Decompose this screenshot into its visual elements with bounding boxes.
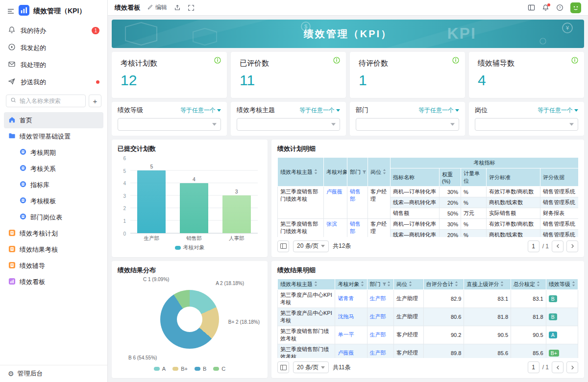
sort-icon[interactable]: [383, 169, 386, 174]
next-page-button[interactable]: [566, 361, 578, 373]
sidebar-item-settings-group[interactable]: 绩效管理基础设置: [4, 128, 103, 144]
column-header[interactable]: 指标名称: [391, 168, 440, 187]
column-header[interactable]: 考核对象: [324, 158, 347, 187]
column-header[interactable]: 评分标准: [487, 168, 540, 187]
info-icon[interactable]: [333, 57, 340, 65]
filter-select[interactable]: [237, 118, 340, 131]
filter-operator[interactable]: 等于任意一个: [299, 106, 340, 115]
help-icon[interactable]: ?: [556, 4, 564, 11]
add-button[interactable]: +: [89, 95, 101, 107]
table-link[interactable]: 销售部: [347, 219, 368, 237]
sidebar-item-assessment-plan[interactable]: 绩效考核计划: [4, 225, 103, 241]
filter-select[interactable]: [356, 118, 459, 131]
collapse-sidebar-icon[interactable]: [7, 7, 15, 15]
donut-chart[interactable]: [160, 290, 219, 349]
sidebar-item-coaching[interactable]: 绩效辅导: [4, 258, 103, 274]
sort-icon[interactable]: [387, 281, 391, 286]
next-page-button[interactable]: [566, 240, 578, 252]
table-link[interactable]: 卢薇薇: [335, 344, 367, 358]
sort-icon[interactable]: [409, 281, 412, 286]
column-header[interactable]: 考核对象: [335, 279, 367, 289]
sort-icon[interactable]: [537, 281, 540, 286]
legend-item[interactable]: C: [213, 366, 225, 372]
filter-select[interactable]: [475, 118, 578, 131]
notification-bell-icon[interactable]: [542, 4, 549, 11]
column-header[interactable]: 权重(%): [440, 168, 461, 187]
table-link[interactable]: 单一平: [335, 326, 367, 344]
legend-item[interactable]: 考核对象: [175, 244, 205, 251]
current-page[interactable]: 1: [528, 361, 539, 373]
table-link[interactable]: 沈拖马: [335, 308, 367, 326]
column-header[interactable]: 绩效考核主题: [278, 279, 335, 289]
table-link[interactable]: 张滨: [324, 219, 347, 237]
filter-icon[interactable]: [362, 170, 367, 174]
sidebar-item-indicator-library[interactable]: 指标库: [4, 177, 103, 193]
filter-operator[interactable]: 等于任意一个: [418, 106, 459, 115]
column-header[interactable]: 岗位: [393, 279, 423, 289]
share-icon[interactable]: [174, 4, 181, 11]
prev-page-button[interactable]: [552, 240, 564, 252]
tab-kpi-dashboard[interactable]: 绩效看板: [115, 3, 140, 12]
sort-icon[interactable]: [500, 281, 504, 286]
table-link[interactable]: 卢薇薇: [324, 187, 347, 219]
bar[interactable]: [137, 170, 166, 233]
page-size-select[interactable]: 20 条/页: [293, 240, 329, 252]
table-link[interactable]: 生产部: [367, 308, 393, 326]
sidebar-item-home[interactable]: 首页: [4, 112, 103, 128]
column-header[interactable]: 绩效等级: [546, 279, 578, 289]
page-size-select[interactable]: 20 条/页: [293, 361, 329, 373]
bar[interactable]: [180, 183, 208, 233]
search-input-box[interactable]: [6, 95, 86, 107]
sort-icon[interactable]: [361, 281, 364, 286]
sidebar-item-result-assessment[interactable]: 绩效结果考核: [4, 241, 103, 258]
layout-panel-icon[interactable]: [528, 4, 535, 11]
user-avatar[interactable]: [570, 2, 581, 13]
legend-item[interactable]: A: [154, 366, 166, 372]
sidebar-item-assessment-template[interactable]: 考核模板: [4, 193, 103, 209]
sidebar-item-assessment-cycle[interactable]: 考核周期: [4, 144, 103, 161]
sidebar-item-initiated-by-me[interactable]: 我发起的: [0, 39, 107, 56]
legend-item[interactable]: B: [195, 366, 206, 372]
sidebar-item-admin-console[interactable]: ⚙ 管理后台: [0, 365, 107, 382]
filter-operator[interactable]: 等于任意一个: [180, 106, 221, 115]
column-header[interactable]: 直接上级评分: [464, 279, 511, 289]
columns-icon[interactable]: [277, 240, 289, 252]
sidebar-item-my-todo[interactable]: 我的待办 1: [0, 22, 107, 39]
column-header[interactable]: 部门: [347, 158, 368, 187]
sidebar-item-assessment-relation[interactable]: 考核关系: [4, 161, 103, 177]
info-icon[interactable]: [452, 57, 459, 65]
column-header[interactable]: 总分核定: [511, 279, 546, 289]
column-header[interactable]: 绩效考核主题: [278, 158, 324, 187]
column-header[interactable]: 评分依据: [540, 168, 579, 187]
info-icon[interactable]: [571, 57, 578, 65]
filter-operator[interactable]: 等于任意一个: [538, 106, 578, 115]
sidebar-item-cc-to-me[interactable]: 抄送我的: [0, 73, 107, 91]
legend-item[interactable]: B+: [172, 366, 188, 372]
table-link[interactable]: 生产部: [367, 326, 393, 344]
sort-icon[interactable]: [314, 169, 318, 174]
column-header[interactable]: 自评分合计: [423, 279, 464, 289]
table-link[interactable]: 销售部: [347, 187, 368, 219]
sidebar-item-kpi-dashboard[interactable]: 绩效看板: [4, 274, 103, 290]
column-header[interactable]: 部门: [367, 279, 393, 289]
filter-select[interactable]: [118, 118, 221, 131]
table-link[interactable]: 诸青青: [335, 289, 367, 308]
table-link[interactable]: 生产部: [367, 289, 393, 308]
search-input[interactable]: [20, 97, 81, 104]
info-icon[interactable]: [214, 57, 221, 65]
sidebar-item-handled-by-me[interactable]: 我处理的: [0, 56, 107, 73]
column-header[interactable]: 计量单位: [461, 168, 487, 187]
sort-icon[interactable]: [572, 281, 575, 286]
table-link[interactable]: 生产部: [367, 344, 393, 358]
current-page[interactable]: 1: [528, 240, 539, 252]
column-header[interactable]: 岗位: [368, 158, 391, 187]
sort-icon[interactable]: [455, 281, 458, 286]
bar[interactable]: [222, 195, 251, 233]
sidebar-item-dept-post-table[interactable]: 部门岗位表: [4, 209, 103, 225]
sort-icon[interactable]: [314, 281, 318, 286]
columns-icon[interactable]: [277, 361, 289, 373]
filter-icon[interactable]: [382, 282, 387, 286]
prev-page-button[interactable]: [552, 361, 564, 373]
fullscreen-icon[interactable]: [188, 4, 195, 11]
edit-button[interactable]: 编辑: [147, 3, 167, 12]
